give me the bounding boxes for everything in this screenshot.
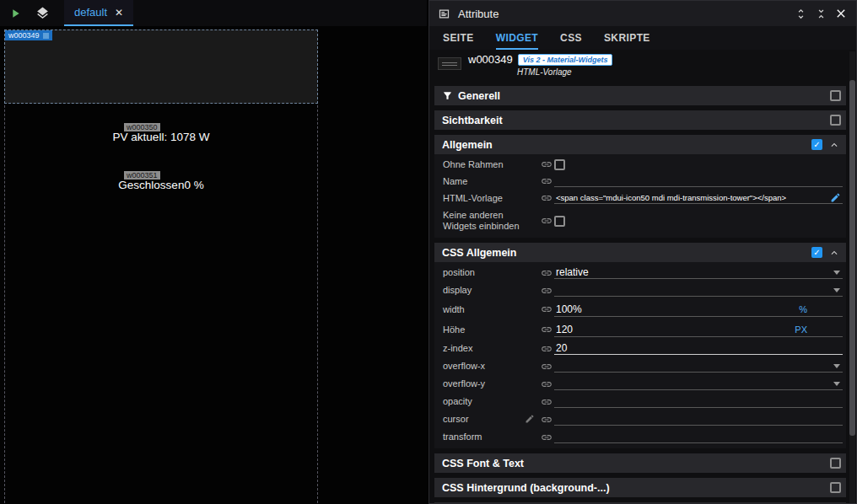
section-sichtbarkeit: Sichtbarkeit [434,110,846,130]
section-header-generell[interactable]: Generell [434,86,846,105]
link-icon[interactable] [539,192,554,204]
view-tab-close-icon[interactable]: ✕ [115,8,123,18]
tab-seite[interactable]: SEITE [443,32,474,50]
field-checkbox[interactable] [554,159,565,170]
section-label: CSS Font & Text [442,458,825,469]
view-tab-default[interactable]: default ✕ [64,0,133,26]
scrollbar-thumb[interactable] [849,80,855,436]
field-row-cursor: cursor [434,410,846,428]
field-row-z-index: z-index 20 [434,340,846,357]
section-header-sichtbarkeit[interactable]: Sichtbarkeit [434,110,846,130]
link-icon[interactable] [539,414,554,426]
widget-thumbnail [438,57,461,70]
link-icon[interactable] [539,361,554,373]
link-icon[interactable] [539,285,554,297]
width-unit-button[interactable]: % [799,304,807,314]
attribute-panel-header: Attribute [429,1,856,26]
link-icon[interactable] [539,215,554,227]
section-header-css-font-text[interactable]: CSS Font & Text [434,453,846,473]
selected-widget-box[interactable]: w000349 [4,29,318,104]
section-header-allgemein[interactable]: Allgemein ✓ [434,135,846,154]
tab-widget[interactable]: WIDGET [496,32,538,50]
panel-scrollbar[interactable] [849,51,855,503]
height-unit-button[interactable]: PX [795,324,807,335]
html-template-input[interactable]: <span class="mdui-icon50 mdi mdi-transmi… [554,192,843,204]
link-icon[interactable] [539,324,554,335]
view-tab-label: default [74,6,107,19]
width-input[interactable]: 100% % [554,302,843,317]
field-row-ohne-rahmen: Ohne Rahmen [434,156,846,173]
section-checkbox[interactable] [830,458,841,469]
unfold-more-icon[interactable] [790,3,811,24]
link-icon[interactable] [539,175,554,187]
overflow-x-select[interactable] [554,360,843,373]
field-label: Keine anderen Widgets einbinden [434,210,539,231]
cursor-input[interactable] [554,413,843,426]
overflow-y-select[interactable] [554,378,843,390]
height-input[interactable]: 120 PX [554,322,843,337]
edit-pencil-icon[interactable] [830,192,841,203]
link-icon[interactable] [539,343,554,355]
chevron-up-icon[interactable] [827,139,841,151]
section-label: CSS Hintergrund (background-...) [442,482,825,494]
field-label: display [434,285,539,296]
close-icon[interactable] [831,3,851,24]
widget-move-handle[interactable] [43,33,49,39]
canvas-widget-geschlossen[interactable]: w000351 Geschlossen0 % [5,179,317,191]
canvas-widget-pv[interactable]: w000350 PV aktuell: 1078 W [5,131,317,143]
field-label: HTML-Vorlage [434,193,539,204]
link-icon[interactable] [539,378,554,390]
tab-skripte[interactable]: SKRIPTE [604,32,650,50]
run-play-button[interactable] [5,3,25,24]
link-icon[interactable] [539,267,554,279]
field-row-keine-widgets: Keine anderen Widgets einbinden [434,206,846,235]
widget-id-label: w000351 [124,171,160,180]
z-index-input[interactable]: 20 [554,342,843,355]
opacity-input[interactable] [554,395,843,408]
section-label: Allgemein [442,139,806,151]
section-label: Sichtbarkeit [442,115,825,126]
editor-canvas-region: default ✕ w000349 w000350 PV aktuell: 10… [0,0,427,504]
section-header-css-hintergrund[interactable]: CSS Hintergrund (background-...) [434,478,846,497]
tab-css[interactable]: CSS [560,32,582,50]
filter-icon [442,90,453,101]
section-header-css-allgemein[interactable]: CSS Allgemein ✓ [434,243,846,262]
position-select[interactable]: relative [554,266,843,279]
transform-input[interactable] [554,431,843,443]
edit-pencil-icon[interactable] [525,414,535,424]
chevron-down-icon[interactable] [833,288,840,292]
link-icon[interactable] [539,432,554,443]
selected-widget-chip[interactable]: w000349 [5,30,52,40]
chevron-up-icon[interactable] [827,247,841,259]
section-fields-css-allgemein: position relative display [434,262,846,448]
view-area[interactable]: w000349 w000350 PV aktuell: 1078 W w0003… [4,29,318,503]
widget-set-badge: Vis 2 - Material-Widgets [518,54,613,66]
section-checkbox[interactable]: ✓ [811,139,822,150]
field-label: Höhe [434,324,539,335]
chevron-down-icon[interactable] [833,382,840,386]
field-checkbox[interactable] [554,216,565,227]
section-checkbox[interactable] [830,90,841,101]
section-label: CSS Allgemein [442,247,806,259]
field-row-position: position relative [434,264,846,281]
layers-icon[interactable] [32,3,52,24]
field-row-opacity: opacity [434,393,846,410]
section-fields-allgemein: Ohne Rahmen Name HTML-Vorlage [434,154,846,238]
section-checkbox[interactable] [830,482,841,493]
panel-title: Attribute [458,8,790,20]
section-css-allgemein: CSS Allgemein ✓ position relative [434,243,846,448]
unfold-less-icon[interactable] [811,3,831,24]
section-checkbox[interactable]: ✓ [811,247,822,258]
widget-info: w000349 Vis 2 - Material-Widgets HTML-Vo… [429,50,856,82]
widget-text: Geschlossen0 % [118,179,203,191]
widget-id-label: w000350 [124,123,160,131]
link-icon[interactable] [539,303,554,315]
field-label: opacity [434,396,539,407]
chevron-down-icon[interactable] [833,271,840,275]
chevron-down-icon[interactable] [833,364,840,368]
link-icon[interactable] [539,158,554,170]
display-select[interactable] [554,284,843,297]
name-input[interactable] [554,175,843,187]
link-icon[interactable] [539,396,554,408]
section-checkbox[interactable] [830,115,841,126]
